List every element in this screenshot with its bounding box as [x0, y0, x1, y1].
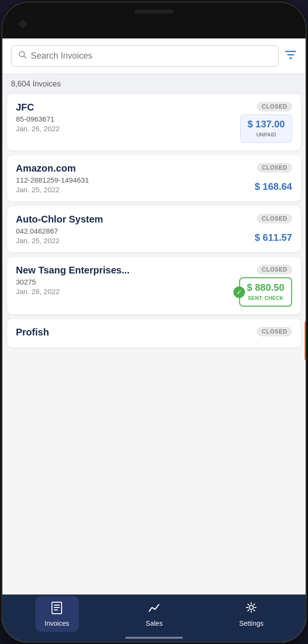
amount-value-green: $ 880.50	[247, 282, 284, 293]
amount-box-unpaid: $ 137.00 UNPAID	[240, 114, 292, 143]
nav-label-settings: Settings	[239, 619, 264, 627]
phone-content: Wasabi Tysons ▾ Your Uploads All Invoice…	[1, 38, 307, 643]
invoice-date: Jan. 25, 2022	[16, 236, 255, 245]
invoice-card-autochlor[interactable]: Auto-Chlor System 042.0462867 Jan. 25, 2…	[7, 206, 301, 252]
status-badge: CLOSED	[257, 214, 292, 223]
invoice-vendor: Profish	[16, 327, 257, 338]
scrollable-area: 8,604 Invoices JFC 85-0963671 Jan. 26, 2…	[1, 38, 307, 594]
amount-label: UNPAID	[256, 132, 276, 137]
amount-plain: $ 611.57	[255, 232, 292, 243]
amount-value: $ 137.00	[247, 119, 285, 130]
invoice-date: Jan. 25, 2022	[16, 186, 255, 194]
invoice-left: Auto-Chlor System 042.0462867 Jan. 25, 2…	[16, 214, 255, 245]
home-indicator	[125, 637, 183, 639]
nav-item-settings[interactable]: Settings	[230, 596, 273, 632]
notch-area	[0, 0, 308, 38]
invoice-vendor: Auto-Chlor System	[16, 214, 255, 225]
invoice-card-amazon[interactable]: Amazon.com 112-2881259-1494631 Jan. 25, …	[7, 155, 301, 201]
amount-box-sent-check: ✓ $ 880.50 SENT: CHECK	[239, 277, 292, 307]
search-icon	[18, 50, 27, 62]
status-badge: CLOSED	[257, 102, 292, 111]
invoice-vendor: New Tsang Enterprises...	[16, 265, 239, 276]
settings-icon	[244, 601, 258, 618]
phone-frame: 3:20 Wasabi Tysons	[0, 0, 308, 644]
search-input-wrapper[interactable]	[11, 45, 279, 67]
invoice-right: CLOSED $ 611.57	[255, 214, 292, 243]
invoice-date: Jan. 26, 2022	[16, 124, 240, 133]
amount-label-green: SENT: CHECK	[248, 295, 283, 301]
search-bar-container	[1, 38, 307, 74]
status-badge: CLOSED	[257, 265, 292, 274]
invoice-number: 85-0963671	[16, 115, 240, 123]
invoice-list: JFC 85-0963671 Jan. 26, 2022 CLOSED $ 13…	[1, 94, 307, 352]
nav-label-sales: Sales	[146, 619, 163, 627]
nav-item-invoices[interactable]: Invoices	[35, 596, 79, 632]
invoice-left: Amazon.com 112-2881259-1494631 Jan. 25, …	[16, 163, 255, 194]
invoice-date: Jan. 28, 2022	[16, 287, 239, 296]
amount-plain: $ 168.64	[255, 181, 292, 192]
bottom-nav: Invoices Sales Settings	[1, 594, 307, 643]
invoice-number: 042.0462867	[16, 227, 255, 235]
invoice-left: Profish	[16, 327, 257, 340]
status-badge: CLOSED	[257, 163, 292, 173]
invoice-count: 8,604 Invoices	[1, 74, 307, 94]
invoice-right: CLOSED ✓ $ 880.50 SENT: CHECK	[239, 265, 292, 307]
svg-point-6	[249, 606, 253, 609]
invoice-right: CLOSED $ 168.64	[255, 163, 292, 192]
invoice-right: CLOSED $ 137.00 UNPAID	[240, 102, 292, 143]
invoice-vendor: JFC	[16, 102, 240, 113]
scroll-indicator	[305, 322, 307, 360]
invoices-icon	[50, 601, 64, 618]
invoice-card-profish[interactable]: Profish CLOSED	[7, 319, 301, 347]
status-badge: CLOSED	[257, 327, 292, 336]
invoice-right: CLOSED	[257, 327, 292, 336]
invoice-left: JFC 85-0963671 Jan. 26, 2022	[16, 102, 240, 133]
search-input[interactable]	[31, 51, 271, 61]
sales-icon	[147, 601, 161, 618]
check-icon: ✓	[233, 286, 245, 298]
invoice-left: New Tsang Enterprises... 30275 Jan. 28, …	[16, 265, 239, 296]
nav-item-sales[interactable]: Sales	[136, 596, 172, 632]
nav-label-invoices: Invoices	[45, 619, 69, 627]
invoice-card-jfc[interactable]: JFC 85-0963671 Jan. 26, 2022 CLOSED $ 13…	[7, 94, 301, 150]
invoice-vendor: Amazon.com	[16, 163, 255, 174]
camera	[19, 21, 26, 27]
filter-icon[interactable]	[284, 49, 297, 64]
invoice-number: 112-2881259-1494631	[16, 176, 255, 184]
speaker	[135, 10, 173, 13]
invoice-card-tsang[interactable]: New Tsang Enterprises... 30275 Jan. 28, …	[7, 257, 301, 314]
svg-line-1	[24, 56, 26, 59]
invoice-number: 30275	[16, 278, 239, 286]
